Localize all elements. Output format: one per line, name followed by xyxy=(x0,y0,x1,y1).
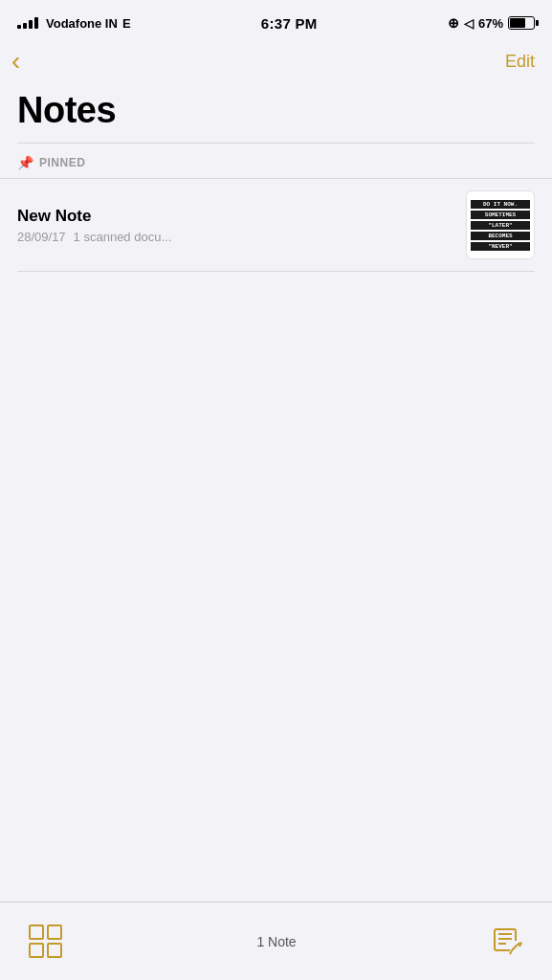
pinned-label: PINNED xyxy=(39,156,85,169)
thumb-line-4: BECOMES xyxy=(471,232,530,240)
note-content: New Note 28/09/17 1 scanned docu... xyxy=(17,207,466,244)
gallery-square-4 xyxy=(47,943,62,958)
network-type-label: E xyxy=(122,16,131,31)
location-icon: ⊕ xyxy=(448,15,459,31)
note-preview: 1 scanned docu... xyxy=(74,230,172,244)
note-title: New Note xyxy=(17,207,453,226)
compose-icon xyxy=(491,924,523,956)
status-time: 6:37 PM xyxy=(261,15,318,32)
bottom-bar: 1 Note xyxy=(0,902,552,980)
gallery-square-1 xyxy=(29,924,44,940)
signal-bars-icon xyxy=(17,17,38,29)
battery-icon xyxy=(508,16,535,30)
note-meta: 28/09/17 1 scanned docu... xyxy=(17,230,453,244)
gallery-row-bottom xyxy=(29,943,62,958)
note-thumbnail: DO IT NOW. SOMETIMES "LATER" BECOMES "NE… xyxy=(466,190,535,259)
navigation-icon: ◁ xyxy=(464,16,474,31)
gallery-square-3 xyxy=(29,943,44,958)
carrier-label: Vodafone IN xyxy=(46,16,118,31)
thumb-line-3: "LATER" xyxy=(471,221,530,230)
status-left: Vodafone IN E xyxy=(17,16,131,31)
note-item[interactable]: New Note 28/09/17 1 scanned docu... DO I… xyxy=(0,179,552,271)
status-bar: Vodafone IN E 6:37 PM ⊕ ◁ 67% xyxy=(0,0,552,42)
status-right: ⊕ ◁ 67% xyxy=(448,15,535,31)
compose-button[interactable] xyxy=(491,924,523,960)
thumb-line-2: SOMETIMES xyxy=(471,211,530,219)
page-title: Notes xyxy=(17,90,535,131)
nav-bar: ‹ Edit xyxy=(0,42,552,82)
thumb-line-1: DO IT NOW. xyxy=(471,200,530,209)
gallery-square-2 xyxy=(47,924,62,940)
gallery-row-top xyxy=(29,924,62,940)
pin-icon: 📌 xyxy=(17,155,33,170)
note-date: 28/09/17 xyxy=(17,230,66,244)
note-count-label: 1 Note xyxy=(256,934,296,949)
battery-percent: 67% xyxy=(478,16,503,31)
page-title-container: Notes xyxy=(0,82,552,143)
edit-button[interactable]: Edit xyxy=(505,52,535,72)
gallery-button[interactable] xyxy=(29,924,62,958)
main-content xyxy=(0,272,552,750)
back-button[interactable]: ‹ xyxy=(11,48,20,75)
pinned-section-header: 📌 PINNED xyxy=(0,144,552,178)
thumb-line-5: "NEVER" xyxy=(471,242,530,251)
thumbnail-content: DO IT NOW. SOMETIMES "LATER" BECOMES "NE… xyxy=(467,191,534,258)
